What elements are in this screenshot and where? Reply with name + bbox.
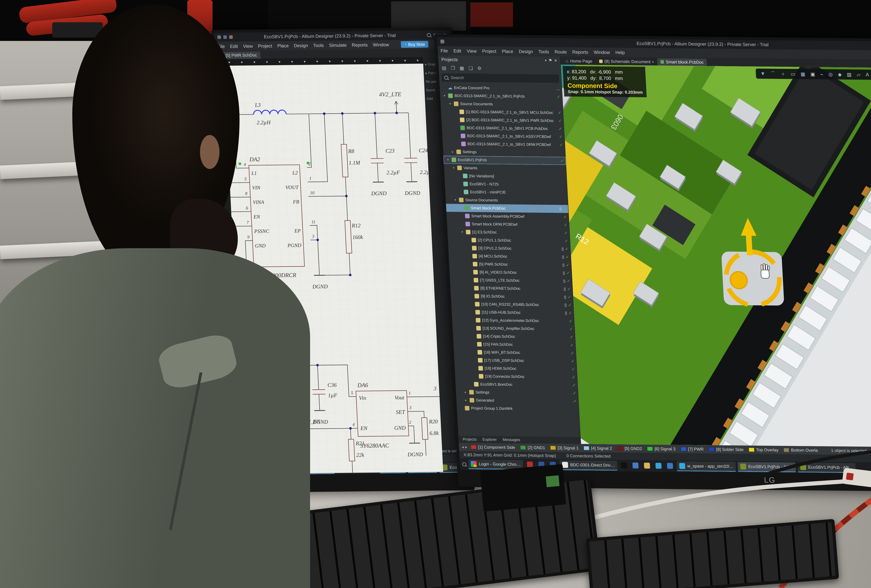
menu-edit[interactable]: Edit (230, 43, 238, 49)
tree-item[interactable]: [1] BDC-0313-SMARC_2.1_to_SBV1 MCU.SchDo… (441, 108, 563, 117)
refresh-icon[interactable]: ❏ (468, 66, 473, 71)
menu-simulate[interactable]: Simulate (329, 42, 347, 48)
tree-item[interactable]: ☁EnCata Concord Pro… (440, 84, 562, 93)
taskbar-app[interactable]: EcoSBV1.PrjPcb - Alti… (738, 462, 796, 472)
search-icon[interactable] (427, 33, 431, 37)
tree-item[interactable]: BDC-0313-SMARC_2.1_to_SBV1 DRW.PCBDwf✓ (443, 140, 565, 149)
expand-icon[interactable]: ▸ (464, 398, 468, 402)
save-icon[interactable]: ▤ (442, 65, 446, 71)
tree-item[interactable]: ▸Settings (443, 148, 566, 157)
tree-item[interactable]: [12] Gyro_Accelerometer.SchDoc✓ (452, 316, 574, 325)
tree-item[interactable]: EcoSBV1 - miniPCIE (445, 188, 567, 197)
taskbar-app[interactable]: BDC-0301-Direct Driv… (560, 460, 618, 471)
tree-item[interactable]: [15] FAN.SchDoc✓ (453, 340, 576, 349)
gear-icon[interactable]: ⚙ (477, 66, 482, 71)
taskbar-app[interactable]: w_spase - app_stm32l… (676, 461, 736, 472)
pcb-3d-scene[interactable]: C30 R12 R21 C50 L24 0603 (561, 64, 871, 447)
menu-route[interactable]: Route (554, 49, 567, 55)
tree-item[interactable]: [9] IO.SchDoc▯✓ (450, 292, 573, 301)
layer-tab[interactable]: [4] Signal 2 (582, 445, 614, 452)
expand-icon[interactable]: ▾ (443, 94, 446, 97)
component-icon[interactable]: ▦ (801, 71, 805, 77)
buy-now-button[interactable]: ◔Buy Now (401, 41, 428, 48)
tree-item[interactable]: ▾EcoSBV1.PrjPcb✓ (443, 156, 566, 165)
tree-item[interactable]: ▾[1] E3.SchDoc✓ (447, 228, 570, 237)
expand-icon[interactable]: ▾ (460, 230, 464, 234)
layer-tab[interactable]: [2] GND1 (518, 444, 547, 451)
layer-tab[interactable]: Top Overlay (747, 447, 781, 453)
menu-design[interactable]: Design (519, 49, 533, 54)
tree-item[interactable]: [17] USB_2ISP.SchDoc✓ (454, 356, 576, 365)
menu-help[interactable]: Help (615, 49, 625, 55)
taskbar-icon[interactable] (642, 461, 652, 471)
tree-item[interactable]: [11] USB-HUB.SchDoc▯✓ (452, 308, 574, 317)
layer-tab[interactable]: [7] PWR (678, 446, 706, 452)
menu-place[interactable]: Place (277, 43, 289, 49)
menu-project[interactable]: Project (258, 43, 272, 49)
layer-tab[interactable]: [1] Component Side (468, 444, 517, 451)
crosshair-icon[interactable]: ＋ (780, 70, 786, 77)
magnet-icon[interactable]: ⌒ (770, 70, 775, 77)
menu-edit[interactable]: Edit (453, 48, 461, 54)
layer-tab[interactable]: [6] Signal 3 (645, 446, 678, 452)
tree-item[interactable]: [2] BDC-0313-SMARC_2.1_to_SBV1 PWR.SchDo… (441, 116, 564, 125)
tree-item[interactable]: [14] Cripto.SchDoc✓ (453, 332, 575, 341)
close-icon[interactable]: ✕ (554, 58, 557, 63)
tree-item[interactable]: Smart block Assembly.PCBDwf✓ (446, 212, 569, 221)
tree-item[interactable]: BDC-0313-SMARC_2.1_to_SBV1 ASSY.PCBDwf✓ (442, 132, 564, 141)
expand-icon[interactable]: ▸ (464, 390, 468, 394)
chip-icon[interactable]: ▣ (810, 71, 815, 77)
menu-reports[interactable]: Reports (352, 42, 368, 48)
polygon-icon[interactable]: ◆ (838, 72, 842, 77)
menu-design[interactable]: Design (294, 43, 308, 48)
menu-project[interactable]: Project (482, 48, 497, 54)
tree-item[interactable]: Project Group 1.DsnWrk (456, 404, 579, 413)
dock-tab-explorer[interactable]: Explorer (482, 437, 497, 442)
expand-icon[interactable]: ▾ (446, 158, 450, 162)
tree-item[interactable]: [10] CAN_RS232_RS485.SchDoc▯✓ (451, 300, 573, 309)
taskbar-icon[interactable] (654, 461, 663, 471)
tree-item[interactable]: [19] Connector.SchDoc✓ (455, 372, 577, 381)
dock-tab-projects[interactable]: Projects (462, 437, 477, 442)
menu-window[interactable]: Window (373, 42, 389, 48)
tab-schematic-group[interactable]: (8) Schematic Document▾ (596, 58, 657, 66)
tree-item[interactable]: ▾Source Documents (440, 100, 563, 109)
tree-item[interactable]: [8] ETHERNET.SchDoc▯✓ (450, 284, 573, 293)
filter-icon[interactable]: ▼ (760, 71, 765, 76)
menu-tools[interactable]: Tools (538, 49, 549, 54)
tree-item[interactable]: [6] AI_VIDEO.SchDoc▯✓ (449, 268, 572, 277)
taskbar-icon[interactable] (665, 461, 675, 471)
select-icon[interactable]: ▭ (790, 71, 795, 77)
tree-item[interactable]: [18] HDMI.SchDoc✓ (455, 364, 577, 373)
layer-tab[interactable]: [5] GND2 (615, 445, 644, 452)
dock-tab-messages[interactable]: Messages (503, 437, 520, 442)
tree-item[interactable]: [7] GNSS_LTE.SchDoc▯✓ (450, 276, 572, 285)
tree-item[interactable]: ▸Generated✓ (456, 396, 579, 405)
tree-item[interactable]: [13] SOUND_Amplifer.SchDoc✓ (452, 324, 575, 333)
menu-file[interactable]: File (440, 48, 448, 54)
tree-item[interactable]: [4] MCU.SchDoc▯✓ (449, 252, 571, 261)
taskbar-icon[interactable] (619, 461, 629, 471)
tree-item[interactable]: EcoSBV1 - N725 (445, 180, 567, 189)
menu-place[interactable]: Place (502, 49, 513, 54)
expand-icon[interactable]: ▾ (452, 166, 455, 170)
tree-item[interactable]: Smart block.PcbDoc▯✓ (446, 204, 569, 213)
tree-item[interactable]: EcoSBV1.BomDoc✓ (455, 380, 578, 389)
tree-item[interactable]: [3] CPU1.2.SchDoc▯✓ (448, 244, 570, 253)
tree-item[interactable]: [16] WiFi_BT.SchDoc✓ (453, 348, 576, 357)
compile-icon[interactable]: ▦ (459, 65, 464, 71)
rect-icon[interactable]: ▱ (856, 72, 861, 78)
menu-view[interactable]: View (467, 48, 477, 54)
expand-icon[interactable]: ▸ (450, 150, 455, 154)
tree-item[interactable]: Smart block DRW.PCBDwf✓ (447, 220, 569, 229)
menu-view[interactable]: View (243, 43, 253, 49)
menu-tools[interactable]: Tools (313, 43, 324, 48)
tree-item[interactable]: ▾BDC-0313-SMARC_2.1_to_SBV1.PrjPcb✓ (440, 91, 563, 101)
pin-icon[interactable]: ⚑ (549, 58, 552, 63)
route-icon[interactable]: ⌁ (820, 72, 823, 77)
panel-menu-icon[interactable]: ▾ (545, 58, 547, 62)
text-icon[interactable]: A (866, 72, 869, 78)
expand-icon[interactable]: ▾ (453, 198, 457, 202)
tree-item[interactable]: ▸Settings✓ (456, 388, 578, 397)
tree-item[interactable]: [2] CPU1.1.SchDoc✓ (448, 236, 570, 245)
